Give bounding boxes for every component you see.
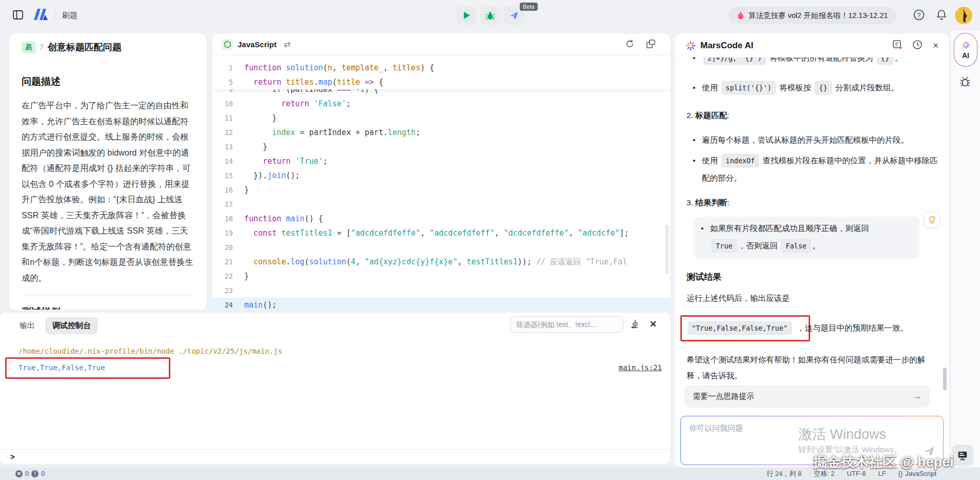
editor-scrollbar[interactable]: [665, 225, 669, 274]
sparkle-icon: [685, 41, 696, 51]
code-line-14[interactable]: 14 return 'True';: [212, 154, 670, 168]
status-bar: ✕ 0 ! 0 行 24，列 8 空格: 2 UTF-8 LF {} JavaS…: [0, 467, 980, 480]
code-line-16[interactable]: 16}: [212, 183, 670, 197]
nav-brushing-questions[interactable]: 刷题: [62, 11, 77, 21]
difficulty-badge: 易: [22, 42, 35, 53]
code-line-20[interactable]: 20: [212, 240, 670, 255]
close-console-icon[interactable]: ✕: [650, 319, 657, 330]
description-heading: 问题描述: [22, 75, 194, 88]
chat-scrollbar[interactable]: [943, 368, 947, 390]
debug-repl-row[interactable]: >: [0, 449, 670, 464]
inline-code-chip: indexOf: [721, 154, 759, 167]
line-number: 21: [218, 255, 244, 269]
ai-assistant-toggle[interactable]: AI: [954, 33, 977, 67]
ai-chat-input[interactable]: 你可以问我问题: [680, 416, 944, 465]
ai-message-line: 使用 split('{}') 将模板按 {} 分割成片段数组。: [687, 79, 938, 97]
code-area[interactable]: 1function solution(n, template_, titles)…: [212, 55, 670, 310]
code-line-15[interactable]: 15 }).join();: [212, 168, 670, 183]
console-source-link[interactable]: main.js:21: [619, 362, 662, 373]
code-line-18[interactable]: 18function main() {: [212, 212, 670, 226]
language-label: JavaScript: [238, 40, 277, 49]
reset-code-icon[interactable]: [625, 39, 635, 50]
code-line-23[interactable]: 23: [212, 283, 670, 298]
line-number: 22: [218, 269, 244, 283]
editor-header: JavaScript ⇄: [212, 34, 670, 55]
console-filter-input[interactable]: [511, 316, 623, 333]
code-lines: 9 if (partIndex === -1) {10 return 'Fals…: [212, 89, 670, 310]
code-line-11[interactable]: 11 }: [212, 111, 670, 125]
line-number: 17: [218, 197, 244, 212]
feedback-monitor-icon[interactable]: [952, 445, 973, 466]
clear-console-icon[interactable]: [630, 319, 640, 331]
switch-language-icon[interactable]: ⇄: [284, 40, 290, 49]
run-button[interactable]: [457, 6, 476, 25]
user-avatar[interactable]: [955, 7, 972, 24]
indentation-setting[interactable]: 空格: 2: [814, 469, 834, 478]
help-icon[interactable]: ?: [912, 9, 926, 22]
history-icon[interactable]: [912, 40, 923, 51]
debug-tool-icon[interactable]: [958, 75, 972, 90]
encoding-setting[interactable]: UTF-8: [847, 470, 866, 477]
line-number: 12: [218, 125, 244, 140]
console-output-value: True,True,False,True: [18, 362, 105, 373]
tab-output[interactable]: 输出: [17, 317, 37, 334]
suggestion-chip[interactable]: 需要一点思路提示 →: [684, 385, 930, 408]
console-panel: 输出 调试控制台 ✕ /home/cloudide/.nix-profile/b…: [0, 313, 670, 464]
problem-title-row: 易 7 创意标题匹配问题: [22, 41, 194, 53]
top-bar: 刷题 Beta 算法竞技赛 vol2 开始报名啦！12.13-12.21 ?: [0, 0, 980, 31]
sidebar-toggle-icon[interactable]: [11, 9, 25, 22]
code-line-5[interactable]: 5 return titles.map(title => {: [212, 75, 670, 89]
cursor-position[interactable]: 行 24，列 8: [767, 469, 801, 478]
console-output-area: /home/cloudide/.nix-profile/bin/node ./t…: [18, 343, 662, 373]
ai-conversation: z]+}/g, '{}') 将模板中的所有通配符替换为 {}。 使用 split…: [675, 57, 949, 380]
close-panel-icon[interactable]: ✕: [932, 41, 939, 50]
inline-code-chip: {}: [877, 57, 893, 65]
line-number: 20: [218, 240, 244, 255]
arrow-right-icon: →: [913, 392, 922, 401]
inline-code-chip: False: [781, 239, 811, 253]
warning-count: 0: [41, 470, 45, 477]
line-number: 10: [218, 97, 244, 111]
line-number: 5: [218, 75, 244, 89]
marscode-logo-icon[interactable]: [31, 8, 49, 23]
bug-icon: [485, 11, 495, 21]
tab-debug-console[interactable]: 调试控制台: [45, 317, 98, 334]
lightbulb-hint-icon[interactable]: [924, 212, 940, 228]
console-command: /home/cloudide/.nix-profile/bin/node ./t…: [18, 345, 662, 357]
eol-setting[interactable]: LF: [878, 470, 886, 477]
ai-section-heading: 3. 结果判断:: [687, 195, 938, 210]
code-line-9[interactable]: 9 if (partIndex === -1) {: [212, 89, 670, 97]
samples-heading: 测试样例: [22, 305, 194, 310]
code-line-24[interactable]: 24main();: [212, 298, 670, 310]
compare-code-icon[interactable]: [646, 39, 656, 50]
code-line-21[interactable]: 21 console.log(solution(4, "ad{xyz}cdc{y…: [212, 255, 670, 269]
problems-indicator[interactable]: ✕ 0 ! 0: [15, 470, 45, 477]
ai-message-line: 遍历每个标题，尝试从标题的开头开始匹配模板中的片段。: [687, 131, 938, 149]
code-line-19[interactable]: 19 const testTitles1 = ["adcdcefdfeffe",…: [212, 226, 670, 240]
language-mode[interactable]: {} JavaScript: [898, 470, 936, 477]
code-line-10[interactable]: 10 return 'False';: [212, 97, 670, 111]
announcement-banner[interactable]: 算法竞技赛 vol2 开始报名啦！12.13-12.21: [729, 7, 896, 24]
problem-index: 7: [40, 43, 44, 51]
send-message-icon[interactable]: [923, 445, 936, 459]
ai-message-line: "True,False,False,True"，这与题目中的预期结果一致。: [687, 315, 938, 341]
line-number: 1: [218, 61, 244, 75]
marscode-ai-panel: MarsCode AI ✕ z]+}/g, '{}') 将模板中的所有通配符替换…: [675, 34, 949, 467]
code-line-17[interactable]: 17: [212, 197, 670, 212]
ai-message-line: z]+}/g, '{}') 将模板中的所有通配符替换为 {}。: [687, 57, 938, 67]
code-line-12[interactable]: 12 index = partIndex + part.length;: [212, 125, 670, 140]
line-number: 14: [218, 154, 244, 168]
line-number: 23: [218, 283, 244, 298]
new-chat-icon[interactable]: [892, 40, 903, 51]
notifications-bell-icon[interactable]: [935, 9, 948, 22]
code-line-22[interactable]: 22}: [212, 269, 670, 283]
sticky-scroll-lines: 1function solution(n, template_, titles)…: [212, 55, 670, 89]
ai-message-line: 使用 indexOf 查找模板片段在标题中的位置，并从标题中移除匹配的部分。: [687, 152, 938, 187]
debug-button[interactable]: [480, 6, 500, 25]
line-number: 16: [218, 183, 244, 197]
code-line-1[interactable]: 1function solution(n, template_, titles)…: [212, 61, 670, 75]
code-line-13[interactable]: 13 }: [212, 140, 670, 154]
inline-code-chip: True: [712, 239, 737, 253]
chat-input-placeholder: 你可以问我问题: [689, 424, 743, 432]
inline-code-chip: {}: [815, 81, 831, 94]
